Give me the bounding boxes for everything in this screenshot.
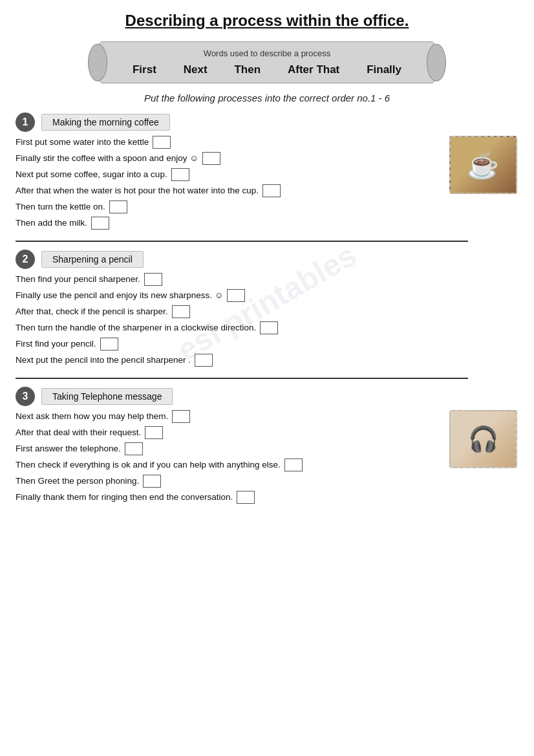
page-title: Describing a process within the office. <box>16 12 518 30</box>
answer-box-2-1[interactable] <box>227 289 245 302</box>
line-text-1-2: Next put some coffee, sugar into a cup. <box>16 169 167 181</box>
answer-box-3-4[interactable] <box>143 475 161 488</box>
answer-box-2-3[interactable] <box>260 321 278 334</box>
img-area-1 <box>447 136 518 233</box>
answer-box-3-5[interactable] <box>237 491 255 504</box>
process-line-2-0: Then find your pencil sharpener. <box>16 273 518 286</box>
word-then: Then <box>234 63 261 76</box>
answer-box-1-2[interactable] <box>171 168 189 181</box>
section-3: 3Taking Telephone messageNext ask them h… <box>16 387 518 507</box>
headset-image <box>449 410 517 468</box>
line-text-1-1: Finally stir the coffee with a spoon and… <box>16 153 198 165</box>
process-line-3-2: First answer the telephone. <box>16 442 441 455</box>
section-2: 2Sharpening a pencilThen find your penci… <box>16 250 518 379</box>
answer-box-3-1[interactable] <box>145 426 163 439</box>
lines-area-1: First put some water into the kettleFina… <box>16 136 441 233</box>
process-line-3-1: After that deal with their request. <box>16 426 441 439</box>
answer-box-2-5[interactable] <box>195 354 213 367</box>
line-text-2-0: Then find your pencil sharpener. <box>16 274 140 286</box>
section-header-2: 2Sharpening a pencil <box>16 250 518 269</box>
lines-area-3: Next ask them how you may help them.Afte… <box>16 410 441 507</box>
process-line-3-4: Then Greet the person phoning. <box>16 475 441 488</box>
process-line-3-3: Then check if everything is ok and if yo… <box>16 459 441 471</box>
process-line-1-0: First put some water into the kettle <box>16 136 441 149</box>
section-header-3: 3Taking Telephone message <box>16 387 518 406</box>
process-line-1-2: Next put some coffee, sugar into a cup. <box>16 168 441 181</box>
line-text-2-2: After that, check if the pencil is sharp… <box>16 306 168 318</box>
section-num-1: 1 <box>16 113 35 132</box>
line-text-3-0: Next ask them how you may help them. <box>16 411 168 423</box>
process-line-2-5: Next put the pencil into the pencil shar… <box>16 354 518 367</box>
line-text-2-3: Then turn the handle of the sharpener in… <box>16 322 256 334</box>
line-text-2-1: Finally use the pencil and enjoy its new… <box>16 290 223 302</box>
process-line-3-0: Next ask them how you may help them. <box>16 410 441 423</box>
instruction: Put the following processes into the cor… <box>16 92 518 103</box>
section-num-2: 2 <box>16 250 35 269</box>
word-next: Next <box>184 63 208 76</box>
section-1: 1Making the morning coffeeFirst put some… <box>16 113 518 242</box>
answer-box-1-1[interactable] <box>202 152 220 165</box>
process-line-1-1: Finally stir the coffee with a spoon and… <box>16 152 441 165</box>
section-header-1: 1Making the morning coffee <box>16 113 518 132</box>
process-line-1-5: Then add the milk. <box>16 217 441 230</box>
line-text-2-4: First find your pencil. <box>16 338 96 351</box>
coffee-image <box>449 136 517 194</box>
word-finally: Finally <box>367 63 401 76</box>
answer-box-3-2[interactable] <box>125 442 143 455</box>
section-body-3: Next ask them how you may help them.Afte… <box>16 410 518 507</box>
process-line-2-1: Finally use the pencil and enjoy its new… <box>16 289 518 302</box>
scroll-label: Words used to describe a process <box>119 49 415 58</box>
process-line-2-2: After that, check if the pencil is sharp… <box>16 305 518 318</box>
divider-1 <box>16 241 468 242</box>
line-text-1-4: Then turn the kettle on. <box>16 201 105 213</box>
section-title-3: Taking Telephone message <box>41 388 173 405</box>
section-body-1: First put some water into the kettleFina… <box>16 136 518 233</box>
answer-box-1-5[interactable] <box>91 217 109 230</box>
line-text-3-3: Then check if everything is ok and if yo… <box>16 459 281 471</box>
section-title-1: Making the morning coffee <box>41 114 170 131</box>
section-title-2: Sharpening a pencil <box>41 251 144 268</box>
process-line-1-3: After that when the water is hot pour th… <box>16 184 441 197</box>
scroll-words: First Next Then After That Finally <box>119 63 415 76</box>
line-text-3-2: First answer the telephone. <box>16 443 121 455</box>
process-line-3-5: Finally thank them for ringing then end … <box>16 491 441 504</box>
line-text-3-5: Finally thank them for ringing then end … <box>16 491 233 504</box>
scroll-banner: Words used to describe a process First N… <box>99 41 435 83</box>
section-body-2: Then find your pencil sharpener.Finally … <box>16 273 518 370</box>
word-after-that: After That <box>288 63 339 76</box>
img-area-3 <box>447 410 518 507</box>
answer-box-2-0[interactable] <box>144 273 162 286</box>
answer-box-3-3[interactable] <box>284 459 303 471</box>
lines-area-2: Then find your pencil sharpener.Finally … <box>16 273 518 370</box>
answer-box-3-0[interactable] <box>172 410 190 423</box>
answer-box-1-3[interactable] <box>262 184 281 197</box>
answer-box-1-0[interactable] <box>153 136 171 149</box>
process-line-2-3: Then turn the handle of the sharpener in… <box>16 321 518 334</box>
process-line-1-4: Then turn the kettle on. <box>16 200 441 213</box>
line-text-1-3: After that when the water is hot pour th… <box>16 185 259 197</box>
divider-2 <box>16 378 468 379</box>
sections-container: 1Making the morning coffeeFirst put some… <box>16 113 518 507</box>
line-text-2-5: Next put the pencil into the pencil shar… <box>16 354 191 367</box>
word-first: First <box>133 63 156 76</box>
answer-box-1-4[interactable] <box>109 200 127 213</box>
line-text-3-4: Then Greet the person phoning. <box>16 475 139 488</box>
line-text-3-1: After that deal with their request. <box>16 427 141 439</box>
process-line-2-4: First find your pencil. <box>16 338 518 351</box>
line-text-1-5: Then add the milk. <box>16 217 87 230</box>
answer-box-2-2[interactable] <box>172 305 190 318</box>
answer-box-2-4[interactable] <box>100 338 118 351</box>
line-text-1-0: First put some water into the kettle <box>16 136 149 149</box>
section-num-3: 3 <box>16 387 35 406</box>
